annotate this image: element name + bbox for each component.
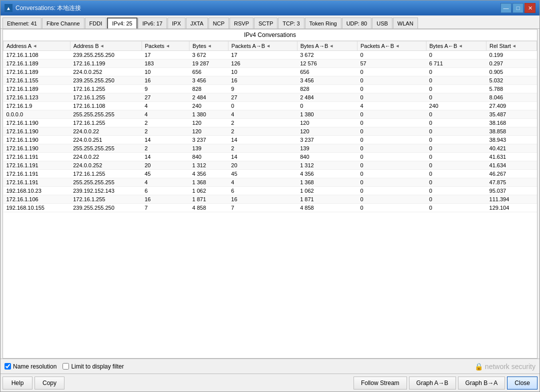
cell-bytes: 3 456 — [190, 76, 228, 85]
col-header-content: Address B◄ — [74, 43, 138, 49]
table-row[interactable]: 0.0.0.0255.255.255.25541 38041 3800035.4… — [4, 110, 537, 119]
cell-bytes_ba: 0 — [426, 161, 486, 170]
limit-filter-label: Limit to display filter — [71, 363, 124, 370]
tab-ethernet--41[interactable]: Ethernet: 41 — [2, 17, 42, 28]
close-window-button[interactable]: ✕ — [524, 3, 536, 13]
tab-jxta[interactable]: JXTA — [186, 17, 208, 28]
cell-bytes_ab: 120 — [297, 119, 357, 127]
table-row[interactable]: 172.16.1.189172.16.1.25598289828005.788 — [4, 85, 537, 93]
table-row[interactable]: 172.16.1.191224.0.0.2214840148400041.631 — [4, 153, 537, 161]
follow-stream-button[interactable]: Follow Stream — [354, 377, 407, 390]
tab-rsvp[interactable]: RSVP — [230, 17, 254, 28]
col-label: Bytes A←B — [430, 43, 458, 49]
cell-bytes_ba: 0 — [426, 153, 486, 161]
col-header-packets[interactable]: Packets◄ — [142, 41, 189, 51]
table-row[interactable]: 172.16.1.191224.0.0.252201 312201 312004… — [4, 161, 537, 170]
sort-arrow-icon: ◄ — [208, 43, 212, 48]
cell-bytes: 828 — [190, 85, 228, 93]
cell-packets: 45 — [142, 170, 189, 178]
table-row[interactable]: 172.16.1.189224.0.0.2521065610656000.905 — [4, 68, 537, 76]
cell-addr_a: 172.16.1.190 — [4, 144, 70, 153]
table-row[interactable]: 172.16.1.190224.0.0.22212021200038.858 — [4, 127, 537, 136]
help-button[interactable]: Help — [2, 377, 32, 390]
cell-addr_b: 172.16.1.255 — [70, 170, 142, 178]
cell-bytes_ba: 6 711 — [426, 59, 486, 68]
col-header-bytes-a-b[interactable]: Bytes A←B◄ — [426, 41, 486, 51]
cell-rel_start: 38.943 — [486, 136, 537, 144]
tab-ipx[interactable]: IPX — [168, 17, 186, 28]
cell-addr_b: 239.192.152.143 — [70, 187, 142, 195]
watermark-icon: 🔒 — [474, 363, 483, 371]
cell-addr_b: 224.0.0.22 — [70, 127, 142, 136]
tab-ipv6--17[interactable]: IPv6: 17 — [138, 17, 167, 28]
cell-rel_start: 5.032 — [486, 76, 537, 85]
col-header-rel-start[interactable]: Rel Start◄ — [486, 41, 537, 51]
table-title: IPv4 Conversations — [3, 29, 537, 41]
content-area: IPv4 Conversations Address A◄Address B◄P… — [2, 29, 538, 359]
tab-ipv4--25[interactable]: IPv4: 25 — [107, 17, 137, 28]
name-resolution-checkbox-group[interactable]: Name resolution — [4, 363, 56, 370]
cell-bytes_ba: 240 — [426, 102, 486, 110]
col-header-bytes[interactable]: Bytes◄ — [190, 41, 228, 51]
table-row[interactable]: 172.16.1.191172.16.1.255454 356454 35600… — [4, 170, 537, 178]
cell-rel_start: 27.409 — [486, 102, 537, 110]
cell-bytes: 120 — [190, 119, 228, 127]
tab-fddi[interactable]: FDDI — [85, 17, 107, 28]
col-header-content: Packets A←B◄ — [360, 43, 423, 49]
cell-bytes_ba: 0 — [426, 170, 486, 178]
name-resolution-checkbox[interactable] — [4, 363, 11, 370]
table-row[interactable]: 172.16.1.189172.16.1.19918319 28712612 5… — [4, 59, 537, 68]
col-header-address-a[interactable]: Address A◄ — [4, 41, 70, 51]
col-header-address-b[interactable]: Address B◄ — [70, 41, 142, 51]
cell-addr_a: 172.16.1.190 — [4, 119, 70, 127]
col-header-packets-a-b[interactable]: Packets A←B◄ — [357, 41, 426, 51]
tab-ncp[interactable]: NCP — [208, 17, 229, 28]
cell-bytes_ba: 0 — [426, 76, 486, 85]
close-button[interactable]: Close — [507, 377, 538, 390]
cell-pkt_ab: 9 — [228, 85, 297, 93]
table-row[interactable]: 172.16.1.191255.255.255.25541 36841 3680… — [4, 178, 537, 187]
cell-bytes_ab: 828 — [297, 85, 357, 93]
tab-sctp[interactable]: SCTP — [254, 17, 278, 28]
table-row[interactable]: 172.16.1.190224.0.0.251143 237143 237003… — [4, 136, 537, 144]
table-row[interactable]: 192.168.10.23239.192.152.14361 06261 062… — [4, 187, 537, 195]
table-row[interactable]: 172.16.1.190172.16.1.255212021200038.168 — [4, 119, 537, 127]
tab-usb[interactable]: USB — [372, 17, 392, 28]
table-row[interactable]: 172.16.1.190255.255.255.255213921390040.… — [4, 144, 537, 153]
tab-fibre-channe[interactable]: Fibre Channe — [42, 17, 84, 28]
copy-button[interactable]: Copy — [34, 377, 64, 390]
cell-addr_b: 239.255.255.250 — [70, 76, 142, 85]
tab-token-ring[interactable]: Token Ring — [305, 17, 342, 28]
col-header-content: Bytes A→B◄ — [300, 43, 354, 49]
cell-bytes: 1 380 — [190, 110, 228, 119]
table-row[interactable]: 172.16.1.108239.255.255.250173 672173 67… — [4, 51, 537, 59]
window-title: Conversations: 本地连接 — [16, 4, 81, 12]
minimize-button[interactable]: — — [500, 3, 512, 13]
tab-tcp--3[interactable]: TCP: 3 — [278, 17, 304, 28]
cell-bytes_ab: 139 — [297, 144, 357, 153]
maximize-button[interactable]: □ — [512, 3, 524, 13]
col-header-packets-a-b[interactable]: Packets A→B◄ — [228, 41, 297, 51]
cell-addr_a: 172.16.1.191 — [4, 161, 70, 170]
cell-bytes_ba: 0 — [426, 195, 486, 204]
table-row[interactable]: 192.168.10.155239.255.255.25074 85874 85… — [4, 204, 537, 212]
table-container[interactable]: Address A◄Address B◄Packets◄Bytes◄Packet… — [3, 41, 537, 358]
tab-wlan[interactable]: WLAN — [393, 17, 418, 28]
col-header-bytes-a-b[interactable]: Bytes A→B◄ — [297, 41, 357, 51]
table-row[interactable]: 172.16.1.155239.255.255.250163 456163 45… — [4, 76, 537, 85]
limit-filter-checkbox-group[interactable]: Limit to display filter — [62, 363, 124, 370]
table-row[interactable]: 172.16.1.9172.16.1.108424000424027.409 — [4, 102, 537, 110]
cell-packets: 16 — [142, 76, 189, 85]
cell-addr_a: 172.16.1.155 — [4, 76, 70, 85]
watermark: 🔒 network security — [474, 363, 536, 371]
graph-ba-button[interactable]: Graph B→A — [458, 377, 506, 390]
table-row[interactable]: 172.16.1.106172.16.1.255161 871161 87100… — [4, 195, 537, 204]
table-row[interactable]: 172.16.1.123172.16.1.255272 484272 48400… — [4, 93, 537, 102]
cell-packets: 4 — [142, 102, 189, 110]
cell-packets: 4 — [142, 178, 189, 187]
sort-arrow-icon: ◄ — [166, 43, 170, 48]
limit-filter-checkbox[interactable] — [62, 363, 69, 370]
tab-udp--80[interactable]: UDP: 80 — [342, 17, 372, 28]
graph-ab-button[interactable]: Graph A→B — [409, 377, 456, 390]
cell-addr_b: 172.16.1.255 — [70, 85, 142, 93]
